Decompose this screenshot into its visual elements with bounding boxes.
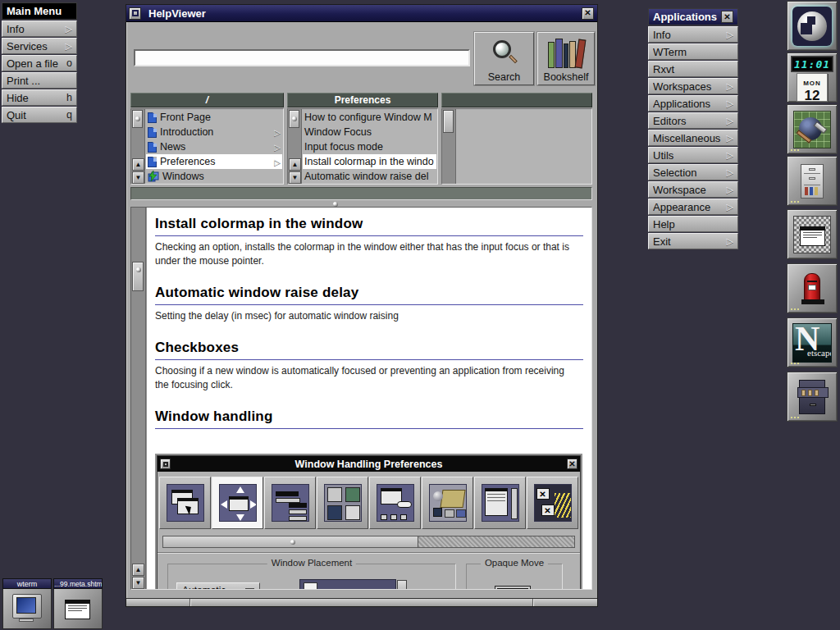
scroll-up-button[interactable]: ▲ xyxy=(289,158,301,171)
menu-item-label: Quit xyxy=(7,109,66,121)
glyph xyxy=(485,488,508,516)
content-scrollbar[interactable]: ▲ ▼ xyxy=(131,208,146,589)
bookshelf-button[interactable]: Bookshelf xyxy=(537,32,595,85)
menu-item-open-a-file[interactable]: Open a file o xyxy=(2,55,77,71)
glyph: ✕ xyxy=(541,504,555,516)
browser-column-1: ▲ ▼ Front Page Introduction ▷ News ▷ xyxy=(130,108,284,185)
menu-item-quit[interactable]: Quit q xyxy=(2,107,77,123)
menu-item-miscellaneous[interactable]: Miscellaneous ▷ xyxy=(648,130,738,146)
glyph: ✕ xyxy=(536,488,550,500)
main-menu-titlebar[interactable]: Main Menu xyxy=(2,2,77,20)
browser-horizontal-scrollbar[interactable] xyxy=(130,187,592,200)
menu-item-workspaces[interactable]: Workspaces ▷ xyxy=(648,78,738,94)
screenshot-pref-tab-stacking xyxy=(264,477,316,529)
scrollbar-knob[interactable] xyxy=(132,262,144,291)
menu-item-selection[interactable]: Selection ▷ xyxy=(648,164,738,180)
miniaturize-button[interactable] xyxy=(129,7,141,20)
wterm-icon xyxy=(2,589,52,629)
menu-item-label: Exit xyxy=(653,235,727,248)
glyph xyxy=(400,514,407,520)
list-item-introduction[interactable]: Introduction ▷ xyxy=(146,125,282,139)
helpviewer-titlebar[interactable]: HelpViewer ✕ xyxy=(126,5,597,22)
screenshot-groups: Window Placement Automatic Opaque xyxy=(158,554,580,589)
menu-item-workspace[interactable]: Workspace ▷ xyxy=(648,181,738,198)
scroll-down-button[interactable]: ▼ xyxy=(132,171,144,184)
scroll-up-button[interactable]: ▲ xyxy=(132,564,144,576)
submenu-arrow-icon: ▷ xyxy=(727,133,733,144)
menu-item-info[interactable]: Info ▷ xyxy=(648,26,738,43)
list-item-how-to-configure[interactable]: How to configure Window M xyxy=(303,110,436,125)
menu-item-utils[interactable]: Utils ▷ xyxy=(648,147,738,163)
dock-tile-gnustep-logo[interactable] xyxy=(787,1,838,51)
list-item-preferences[interactable]: Preferences ▷ xyxy=(146,154,282,169)
glyph xyxy=(511,488,518,519)
menu-item-services[interactable]: Services ▷ xyxy=(2,38,77,54)
scrollbar-knob[interactable] xyxy=(132,110,143,128)
list-item-label: Preferences xyxy=(160,156,215,167)
menu-item-appearance[interactable]: Appearance ▷ xyxy=(648,199,738,215)
list-item-label: Window Focus xyxy=(304,126,372,138)
section-body: Choosing if a new window is automaticall… xyxy=(155,364,580,392)
dock-tile-file-cabinet[interactable] xyxy=(787,156,838,206)
dock-tile-paint-app[interactable] xyxy=(787,104,838,154)
menu-item-editors[interactable]: Editors ▷ xyxy=(648,112,738,129)
list-item-windows[interactable]: Windows xyxy=(146,169,282,184)
dock-tile-drawer-cabinet[interactable] xyxy=(787,372,838,422)
screenshot-tab-scrollbar xyxy=(162,536,575,548)
glyph xyxy=(272,484,309,522)
menu-item-hide[interactable]: Hide h xyxy=(2,89,77,106)
applications-menu-titlebar[interactable]: Applications ✕ xyxy=(648,8,738,25)
menu-item-shortcut: h xyxy=(66,92,72,103)
list-item-window-focus[interactable]: Window Focus xyxy=(303,125,436,139)
dock-tile-netscape[interactable]: N etscape xyxy=(787,317,838,368)
content-area: ▲ ▼ Install colormap in the window Check… xyxy=(130,207,592,590)
menu-item-label: Workspace xyxy=(653,184,727,196)
document-window-icon xyxy=(53,589,103,629)
menu-item-info[interactable]: Info ▷ xyxy=(2,21,77,37)
menu-close-button[interactable]: ✕ xyxy=(721,11,733,23)
helpviewer-window: HelpViewer ✕ Search xyxy=(126,4,598,607)
menu-item-exit[interactable]: Exit ▷ xyxy=(648,233,738,249)
menu-item-rxvt[interactable]: Rxvt xyxy=(648,61,738,77)
list-item-install-colormap[interactable]: Install colormap in the windo xyxy=(303,154,436,169)
dock-tile-text-editor[interactable] xyxy=(787,209,838,259)
help-section: Automatic window raise delay Setting the… xyxy=(155,285,583,323)
list-item-news[interactable]: News ▷ xyxy=(146,139,282,154)
submenu-arrow-icon: ▷ xyxy=(66,24,72,34)
list-item-input-focus-mode[interactable]: Input focus mode xyxy=(303,139,436,154)
popup-value: Automatic xyxy=(182,583,226,589)
list-item-label: Install colormap in the windo xyxy=(304,156,434,167)
miniwindow-wterm[interactable]: wterm xyxy=(2,578,52,629)
list-item-front-page[interactable]: Front Page xyxy=(146,110,282,125)
column-scrollbar[interactable]: ▲ ▼ xyxy=(288,109,302,184)
scroll-up-button[interactable]: ▲ xyxy=(132,158,144,171)
menu-item-label: Help xyxy=(653,218,733,231)
close-button[interactable]: ✕ xyxy=(582,7,594,20)
menu-item-help[interactable]: Help xyxy=(648,216,738,232)
screenshot-title: Window Handling Preferences xyxy=(173,459,564,470)
menu-item-label: Editors xyxy=(653,115,727,127)
menu-item-print[interactable]: Print ... xyxy=(2,72,77,89)
search-button[interactable]: Search xyxy=(474,32,534,85)
search-input[interactable] xyxy=(134,49,470,66)
close-icon: ✕ xyxy=(724,13,730,21)
column-scrollbar[interactable] xyxy=(442,109,456,184)
menu-item-wterm[interactable]: WTerm xyxy=(648,43,738,60)
scrollbar-knob[interactable] xyxy=(289,110,299,128)
miniwindow-document[interactable]: ...99.meta.shtml xyxy=(53,578,103,629)
scrollbar-knob[interactable] xyxy=(443,110,454,133)
glyph xyxy=(495,586,531,589)
scroll-down-button[interactable]: ▼ xyxy=(289,171,301,184)
dock-tile-clock[interactable]: 11:01 MON 12 MAY xyxy=(787,52,838,103)
group-title: Opaque Move xyxy=(481,558,548,568)
dock-tile-mailbox[interactable] xyxy=(787,263,838,313)
file-cabinet-icon xyxy=(801,164,824,199)
bookshelf-button-label: Bookshelf xyxy=(544,71,589,83)
column-scrollbar[interactable]: ▲ ▼ xyxy=(131,109,145,184)
scroll-down-button[interactable]: ▼ xyxy=(132,577,144,589)
resize-bar[interactable] xyxy=(126,598,597,606)
postbox-icon xyxy=(803,273,821,304)
calendar-day: MON xyxy=(803,80,821,87)
menu-item-applications[interactable]: Applications ▷ xyxy=(648,95,738,112)
list-item-automatic-raise[interactable]: Automatic window raise del xyxy=(303,169,436,184)
